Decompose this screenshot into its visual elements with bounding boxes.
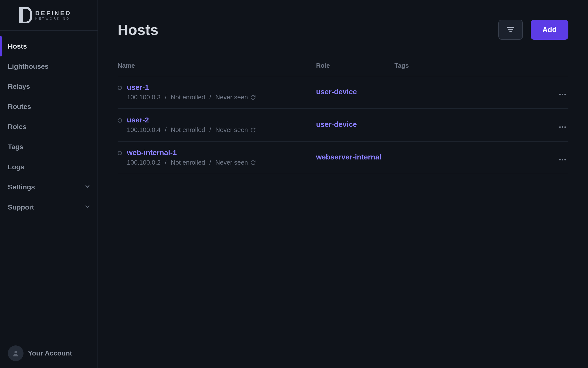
sidebar-item-tags[interactable]: Tags (0, 137, 98, 157)
sidebar-item-label: Routes (8, 103, 31, 111)
svg-point-7 (559, 126, 561, 128)
chevron-down-icon (84, 203, 91, 211)
sidebar: DEFINED NETWORKING Hosts Lighthouses Rel… (0, 0, 98, 368)
brand-line2: NETWORKING (35, 17, 71, 20)
host-subtext: 100.100.0.4 / Not enrolled / Never seen (127, 126, 256, 134)
row-actions-button[interactable] (557, 121, 568, 134)
sidebar-item-label: Settings (8, 183, 35, 191)
filter-button[interactable] (498, 20, 523, 40)
sidebar-item-support[interactable]: Support (0, 197, 98, 217)
host-role-link[interactable]: user-device (316, 88, 357, 96)
refresh-icon[interactable] (250, 127, 256, 133)
row-actions-button[interactable] (557, 154, 568, 166)
brand-line1: DEFINED (35, 10, 71, 16)
sidebar-item-hosts[interactable]: Hosts (0, 36, 98, 56)
host-subtext: 100.100.0.2 / Not enrolled / Never seen (127, 159, 256, 166)
svg-point-0 (14, 351, 17, 353)
filter-icon (506, 25, 515, 35)
logo[interactable]: DEFINED NETWORKING (0, 0, 98, 31)
svg-point-12 (564, 159, 566, 160)
status-indicator-icon (118, 118, 122, 123)
sidebar-item-label: Relays (8, 83, 30, 91)
row-actions-button[interactable] (557, 89, 568, 101)
more-horizontal-icon (558, 161, 567, 165)
column-header-tags: Tags (394, 62, 549, 69)
refresh-icon[interactable] (250, 160, 256, 165)
status-indicator-icon (118, 151, 122, 155)
svg-point-9 (564, 126, 566, 128)
sidebar-item-label: Logs (8, 163, 24, 171)
table-row: user-2 100.100.0.4 / Not enrolled / Neve… (118, 109, 568, 142)
page-title: Hosts (118, 21, 159, 38)
table-header: Name Role Tags (118, 62, 568, 76)
chevron-down-icon (84, 183, 91, 191)
host-role-link[interactable]: webserver-internal (316, 153, 381, 161)
sidebar-item-routes[interactable]: Routes (0, 97, 98, 117)
main-content: Hosts Add Name Role Tags user (98, 0, 588, 368)
sidebar-item-settings[interactable]: Settings (0, 177, 98, 197)
sidebar-item-roles[interactable]: Roles (0, 117, 98, 137)
svg-point-10 (559, 159, 561, 160)
refresh-icon[interactable] (250, 95, 256, 100)
host-subtext: 100.100.0.3 / Not enrolled / Never seen (127, 93, 256, 101)
sidebar-item-label: Tags (8, 143, 23, 151)
account-button[interactable]: Your Account (0, 339, 98, 368)
host-name-link[interactable]: user-1 (127, 83, 256, 92)
more-horizontal-icon (558, 129, 567, 132)
status-indicator-icon (118, 86, 122, 90)
column-header-role: Role (316, 62, 394, 69)
table-row: user-1 100.100.0.3 / Not enrolled / Neve… (118, 76, 568, 109)
svg-point-6 (564, 94, 566, 95)
logo-mark-icon (19, 7, 32, 23)
sidebar-item-lighthouses[interactable]: Lighthouses (0, 56, 98, 77)
sidebar-item-logs[interactable]: Logs (0, 157, 98, 177)
host-role-link[interactable]: user-device (316, 120, 357, 128)
sidebar-item-relays[interactable]: Relays (0, 77, 98, 97)
svg-point-11 (562, 159, 563, 160)
svg-point-8 (562, 126, 563, 128)
sidebar-item-label: Lighthouses (8, 63, 49, 70)
host-name-link[interactable]: user-2 (127, 116, 256, 124)
sidebar-item-label: Support (8, 203, 34, 211)
sidebar-nav: Hosts Lighthouses Relays Routes Roles Ta… (0, 31, 98, 339)
hosts-table: Name Role Tags user-1 100.100.0.3 / Not … (118, 62, 568, 174)
page-header: Hosts Add (118, 20, 568, 40)
table-row: web-internal-1 100.100.0.2 / Not enrolle… (118, 142, 568, 174)
add-button[interactable]: Add (531, 20, 568, 40)
svg-point-5 (562, 94, 563, 95)
column-header-name: Name (118, 62, 316, 69)
account-label: Your Account (28, 349, 72, 357)
host-name-link[interactable]: web-internal-1 (127, 148, 256, 157)
more-horizontal-icon (558, 96, 567, 100)
sidebar-item-label: Hosts (8, 42, 27, 50)
sidebar-item-label: Roles (8, 123, 26, 131)
user-icon (8, 345, 24, 361)
svg-point-4 (559, 94, 561, 95)
